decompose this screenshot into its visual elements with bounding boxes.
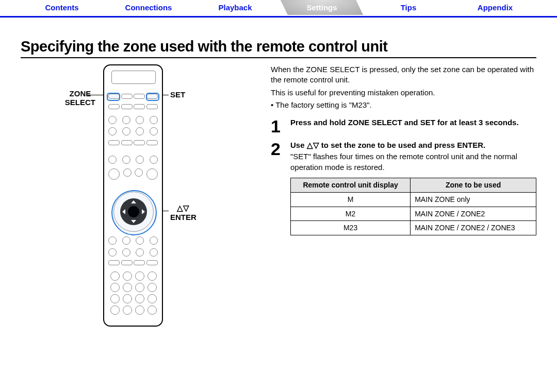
- step-2: 2 Use △▽ to set the zone to be used and …: [271, 140, 536, 235]
- remote-btn: [136, 127, 144, 135]
- highlight-set: [146, 93, 159, 101]
- remote-btn: [122, 236, 130, 245]
- remote-pill: [146, 140, 158, 145]
- nav-tabs: Contents Connections Playback Settings T…: [0, 0, 557, 16]
- remote-pill: [121, 140, 133, 145]
- highlight-nav: [111, 190, 157, 235]
- table-row: M2 MAIN ZONE / ZONE2: [291, 207, 536, 221]
- zone-th-zone: Zone to be used: [411, 178, 536, 192]
- tab-settings[interactable]: Settings: [281, 0, 363, 15]
- numpad-btn: [123, 305, 132, 315]
- tab-label: Connections: [125, 3, 172, 12]
- cell-display: M23: [291, 221, 411, 235]
- step-num: 1: [271, 117, 284, 135]
- remote-btn: [108, 236, 117, 245]
- intro-bullet: The factory setting is "M23".: [271, 100, 536, 110]
- cell-display: M: [291, 192, 411, 207]
- remote-btn: [150, 116, 158, 124]
- table-row: M MAIN ZONE only: [291, 192, 536, 207]
- numpad-btn: [148, 305, 157, 315]
- table-row: M23 MAIN ZONE / ZONE2 / ZONE3: [291, 221, 536, 235]
- number-pad: [110, 271, 156, 315]
- numpad-btn: [148, 271, 157, 281]
- highlight-zone-select: [107, 93, 120, 101]
- cell-zone: MAIN ZONE only: [411, 192, 536, 207]
- cell-zone: MAIN ZONE / ZONE2 / ZONE3: [411, 221, 536, 235]
- remote-btn: [150, 248, 158, 257]
- numpad-btn: [148, 283, 157, 292]
- remote: [103, 64, 163, 327]
- remote-pill: [108, 104, 120, 109]
- remote-btn: [122, 116, 130, 124]
- numpad-btn: [123, 283, 132, 292]
- remote-pill: [146, 260, 158, 265]
- callout-zone-select: ZONE SELECT: [65, 89, 95, 107]
- remote-btn: [108, 248, 117, 257]
- content-column: When the ZONE SELECT is pressed, only th…: [271, 64, 536, 353]
- remote-btn: [146, 168, 158, 180]
- remote-pill: [108, 140, 120, 145]
- remote-pill: [134, 140, 145, 145]
- remote-pill: [146, 104, 158, 109]
- remote-btn: [135, 168, 143, 177]
- tab-contents[interactable]: Contents: [21, 0, 103, 15]
- tab-playback[interactable]: Playback: [194, 0, 276, 15]
- remote-pill: [134, 94, 145, 99]
- numpad-btn: [135, 305, 144, 315]
- callout-set: SET: [170, 90, 185, 99]
- tab-tips[interactable]: Tips: [367, 0, 450, 15]
- remote-btn: [122, 248, 130, 257]
- remote-diagram: ZONE SELECT SET △▽ ENTER: [21, 64, 255, 353]
- remote-btn: [122, 127, 130, 135]
- numpad-btn: [110, 294, 120, 303]
- remote-pill: [108, 260, 120, 265]
- remote-btn: [123, 168, 132, 177]
- cell-display: M2: [291, 207, 411, 221]
- remote-btn: [108, 116, 117, 124]
- step2-suffix: to set the zone to be used and press ENT…: [319, 141, 486, 149]
- numpad-btn: [135, 271, 144, 281]
- remote-btn: [150, 127, 158, 135]
- remote-btn: [150, 156, 158, 164]
- step-1: 1 Press and hold ZONE SELECT and SET for…: [271, 117, 536, 135]
- callout-nav-text: △▽ ENTER: [170, 203, 196, 221]
- step-title: Press and hold ZONE SELECT and SET for a…: [290, 117, 536, 128]
- intro-p2: This is useful for preventing mistaken o…: [271, 88, 536, 98]
- remote-btn: [150, 236, 158, 245]
- step-title: Use △▽ to set the zone to be used and pr…: [290, 140, 536, 150]
- step-num: 2: [271, 140, 284, 158]
- numpad-btn: [110, 305, 120, 315]
- numpad-btn: [135, 283, 144, 292]
- zone-th-display: Remote control unit display: [291, 178, 411, 192]
- remote-btn: [136, 236, 144, 245]
- numpad-btn: [148, 294, 157, 303]
- remote-lcd: [111, 71, 156, 84]
- callout-nav: △▽ ENTER: [170, 203, 196, 221]
- numpad-btn: [110, 283, 120, 292]
- tab-label: Contents: [45, 3, 79, 12]
- remote-pill: [121, 104, 133, 109]
- numpad-btn: [110, 271, 120, 281]
- step2-prefix: Use: [290, 141, 307, 149]
- remote-pill: [134, 260, 145, 265]
- heading-rule: [21, 57, 536, 58]
- tab-appendix[interactable]: Appendix: [454, 0, 536, 15]
- tab-connections[interactable]: Connections: [107, 0, 190, 15]
- remote-btn: [108, 127, 117, 135]
- remote-btn: [136, 116, 144, 124]
- remote-btn: [122, 156, 130, 164]
- nav-underline: [0, 16, 557, 18]
- remote-pill: [134, 104, 145, 109]
- intro-p1: When the ZONE SELECT is pressed, only th…: [271, 64, 536, 86]
- page-title: Specifying the zone used with the remote…: [21, 38, 536, 55]
- remote-btn: [136, 248, 144, 257]
- zone-table: Remote control unit display Zone to be u…: [290, 178, 536, 236]
- numpad-btn: [123, 294, 132, 303]
- tab-label: Playback: [218, 3, 252, 12]
- remote-btn: [108, 168, 120, 180]
- step2-arrows: △▽: [307, 141, 319, 149]
- numpad-btn: [135, 294, 144, 303]
- numpad-btn: [123, 271, 132, 281]
- remote-pill: [121, 260, 133, 265]
- callout-zone-select-text: ZONE SELECT: [65, 89, 95, 107]
